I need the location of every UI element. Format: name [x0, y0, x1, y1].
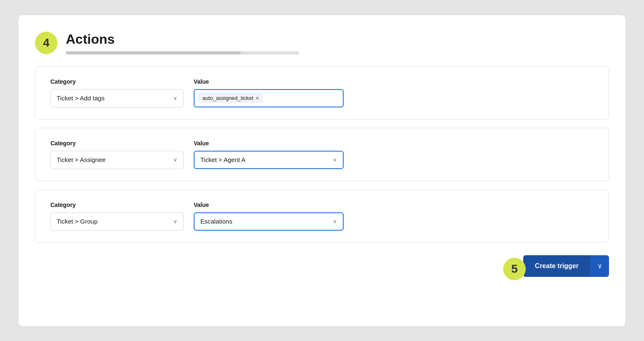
category-block-2: Category Ticket > Assignee ∨ — [50, 140, 184, 169]
value-block-2: Value Ticket > Agent A ∨ — [194, 140, 344, 169]
category-value-1: Ticket > Add tags — [57, 95, 105, 102]
chevron-icon-2: ∨ — [173, 157, 177, 163]
footer-row: 5 Create trigger ∨ — [35, 255, 609, 277]
category-dropdown-1[interactable]: Ticket > Add tags ∨ — [50, 89, 184, 107]
tag-input-1[interactable]: auto_assigned_ticket × — [194, 89, 344, 107]
tag-close-icon-1[interactable]: × — [256, 95, 259, 101]
action-row-1: Category Ticket > Add tags ∨ Value auto_… — [35, 66, 609, 119]
category-block-3: Category Ticket > Group ∨ — [50, 202, 184, 231]
category-value-3: Ticket > Group — [57, 218, 97, 225]
chevron-icon-val-2: ∨ — [333, 157, 337, 163]
value-block-3: Value Escalations ∨ — [194, 202, 344, 231]
main-card: 4 Actions Category Ticket > Add tags ∨ V… — [18, 15, 626, 327]
action-row-3: Category Ticket > Group ∨ Value Escalati… — [35, 189, 609, 243]
category-value-2: Ticket > Assignee — [57, 156, 105, 163]
header-content: Actions — [66, 32, 609, 55]
create-trigger-dropdown-button[interactable]: ∨ — [590, 255, 609, 277]
step-4-badge: 4 — [35, 32, 57, 54]
chevron-icon-val-3: ∨ — [333, 218, 337, 224]
category-dropdown-2[interactable]: Ticket > Assignee ∨ — [50, 151, 184, 169]
value-value-2: Ticket > Agent A — [200, 156, 245, 163]
fields-group-3: Category Ticket > Group ∨ Value Escalati… — [50, 202, 594, 231]
category-label-3: Category — [50, 202, 184, 208]
value-label-3: Value — [194, 202, 344, 208]
value-value-3: Escalations — [200, 218, 232, 225]
tag-chip-1: auto_assigned_ticket × — [199, 94, 262, 102]
tag-text-1: auto_assigned_ticket — [202, 95, 253, 101]
value-label-2: Value — [194, 140, 344, 147]
progress-bar-fill — [66, 51, 241, 55]
progress-bar-track — [66, 51, 299, 55]
step-5-badge: 5 — [503, 258, 526, 280]
chevron-icon-1: ∨ — [173, 95, 177, 101]
action-row-2: Category Ticket > Assignee ∨ Value Ticke… — [35, 128, 609, 181]
header-row: 4 Actions — [35, 32, 609, 55]
fields-group-1: Category Ticket > Add tags ∨ Value auto_… — [50, 78, 594, 107]
value-dropdown-3[interactable]: Escalations ∨ — [194, 212, 344, 231]
create-trigger-button[interactable]: Create trigger — [523, 255, 590, 277]
category-block-1: Category Ticket > Add tags ∨ — [50, 78, 184, 107]
category-dropdown-3[interactable]: Ticket > Group ∨ — [50, 212, 184, 231]
value-dropdown-2[interactable]: Ticket > Agent A ∨ — [194, 151, 344, 169]
category-label-2: Category — [50, 140, 184, 147]
fields-group-2: Category Ticket > Assignee ∨ Value Ticke… — [50, 140, 594, 169]
category-label-1: Category — [50, 78, 184, 85]
page-title: Actions — [66, 32, 609, 47]
value-label-1: Value — [194, 78, 344, 85]
value-block-1: Value auto_assigned_ticket × — [194, 78, 344, 107]
chevron-icon-3: ∨ — [173, 218, 177, 224]
